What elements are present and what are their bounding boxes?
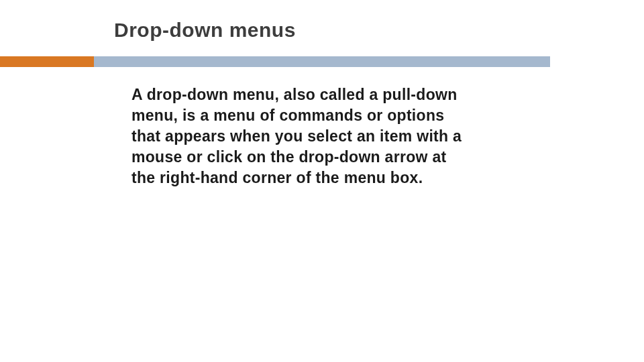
slide-body: A drop-down menu, also called a pull-dow… <box>0 84 644 188</box>
divider-bar <box>94 56 550 67</box>
divider <box>0 56 550 67</box>
slide: Drop-down menus A drop-down menu, also c… <box>0 0 644 362</box>
divider-accent <box>0 56 94 67</box>
slide-title: Drop-down menus <box>0 19 644 42</box>
